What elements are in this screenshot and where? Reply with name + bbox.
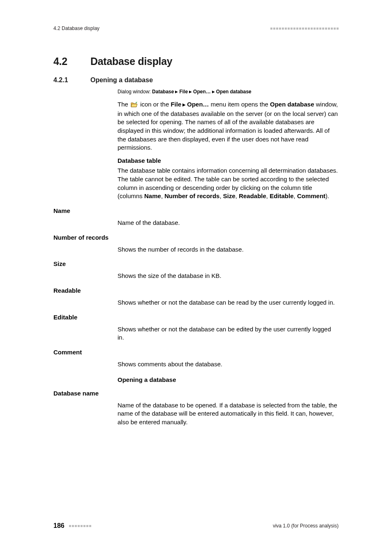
triangle-right-icon: ▶ bbox=[182, 102, 186, 108]
subsection-heading-4-2-1: 4.2.1 Opening a database bbox=[53, 76, 339, 84]
section-title: Database display bbox=[90, 56, 172, 67]
text-run: menu item opens the bbox=[209, 101, 270, 108]
triangle-right-icon: ▶ bbox=[175, 90, 178, 94]
field-desc-name: Name of the database. bbox=[118, 219, 339, 227]
footer-left: 186 bbox=[53, 522, 91, 530]
field-label-editable: Editable bbox=[53, 314, 77, 321]
field-label-readable: Readable bbox=[53, 287, 81, 294]
field-label-name: Name bbox=[53, 207, 70, 214]
text-run-bold: Size bbox=[223, 192, 235, 199]
database-table-heading: Database table bbox=[118, 157, 339, 164]
header-dots-icon bbox=[270, 28, 339, 30]
open-folder-icon bbox=[131, 101, 138, 110]
dialog-path-label: Dialog window: bbox=[118, 89, 152, 95]
dialog-path-part: Database bbox=[152, 89, 174, 95]
subsection-title: Opening a database bbox=[90, 76, 153, 84]
page-number: 186 bbox=[53, 522, 65, 529]
database-table-paragraph: The database table contains information … bbox=[118, 166, 339, 201]
field-desc-database-name: Name of the database to be opened. If a … bbox=[118, 401, 339, 427]
section-heading-4-2: 4.2 Database display bbox=[53, 56, 339, 67]
field-label-database-name: Database name bbox=[53, 390, 99, 397]
dialog-path-part: Open… bbox=[193, 89, 211, 95]
dialog-path-part: Open database bbox=[216, 89, 251, 95]
triangle-right-icon: ▶ bbox=[189, 90, 192, 94]
dialog-path: Dialog window: Database▶File▶Open…▶Open … bbox=[118, 89, 339, 95]
subsection-number: 4.2.1 bbox=[53, 76, 90, 84]
text-run-bold: File bbox=[171, 101, 181, 108]
dialog-path-part: File bbox=[179, 89, 188, 95]
text-run-bold: Name bbox=[144, 192, 161, 199]
intro-paragraph: The icon or the File▶Open… menu item ope… bbox=[118, 100, 339, 152]
text-run-bold: Editable bbox=[270, 192, 293, 199]
footer-right: viva 1.0 (for Process analysis) bbox=[273, 523, 339, 529]
text-run: The bbox=[118, 101, 130, 108]
field-desc-editable: Shows whether or not the database can be… bbox=[118, 325, 339, 342]
field-label-number-of-records: Number of records bbox=[53, 234, 108, 241]
triangle-right-icon: ▶ bbox=[212, 90, 215, 94]
text-run: ). bbox=[325, 192, 329, 199]
field-desc-size: Shows the size of the database in KB. bbox=[118, 272, 339, 280]
field-label-size: Size bbox=[53, 260, 66, 267]
text-run-bold: Readable bbox=[239, 192, 266, 199]
section-number: 4.2 bbox=[53, 56, 90, 67]
running-header-left: 4.2 Database display bbox=[53, 25, 99, 31]
field-desc-number-of-records: Shows the number of records in the datab… bbox=[118, 245, 339, 254]
field-label-comment: Comment bbox=[53, 349, 82, 356]
opening-a-database-heading: Opening a database bbox=[118, 376, 339, 383]
text-run: icon or the bbox=[138, 101, 171, 108]
field-desc-comment: Shows comments about the database. bbox=[118, 360, 339, 369]
text-run-bold: Open… bbox=[187, 101, 209, 108]
footer-dots-icon bbox=[69, 525, 91, 527]
text-run-bold: Number of records bbox=[164, 192, 219, 199]
text-run: window, in which one of the databases av… bbox=[118, 101, 338, 151]
text-run-bold: Comment bbox=[297, 192, 325, 199]
field-desc-readable: Shows whether or not the database can be… bbox=[118, 298, 339, 307]
text-run-bold: Open database bbox=[270, 101, 314, 108]
